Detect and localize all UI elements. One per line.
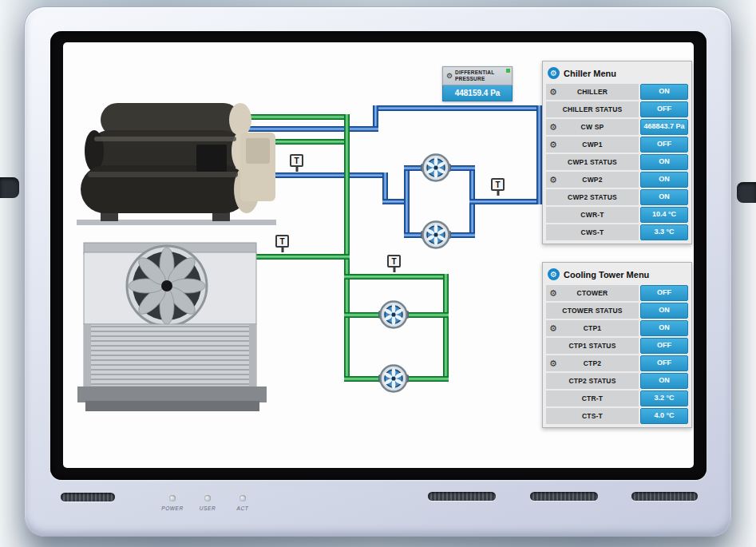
pipe-condenser-pumploop-right: [443, 274, 449, 382]
row-label: CTP1 STATUS: [546, 338, 639, 354]
side-vent-right: [737, 182, 756, 203]
panel-title: Chiller Menu: [564, 69, 616, 78]
speaker-grille: [428, 492, 496, 501]
menu-row-ctp2: ⚙ CTP2 OFF: [546, 355, 688, 371]
gear-icon[interactable]: ⚙: [549, 324, 557, 333]
menu-row-chiller: ⚙ CHILLER ON: [546, 84, 688, 100]
pipe-chilled-riser-right: [536, 105, 542, 204]
row-value-button[interactable]: ON: [640, 320, 688, 336]
row-value-button[interactable]: 3.3 °C: [640, 224, 688, 240]
menu-row-cwp2: ⚙ CWP2 ON: [546, 172, 688, 188]
pump-ctp1[interactable]: [378, 299, 409, 330]
power-led: POWER: [159, 495, 186, 511]
status-indicator-dot: [506, 69, 510, 73]
hmi-screen: T T T T ⚙ DIFFERENTIAL PRESSURE 448159.4…: [63, 42, 694, 468]
row-value-button[interactable]: OFF: [640, 338, 688, 354]
temp-sensor-chilled-supply: T: [491, 178, 505, 191]
row-label: CTR-T: [546, 390, 639, 406]
power-led-dot: [169, 495, 176, 501]
row-label: CW SP: [546, 119, 639, 135]
gear-icon[interactable]: ⚙: [549, 176, 557, 184]
power-led-label: POWER: [161, 505, 184, 511]
speaker-grille: [631, 492, 698, 501]
menu-icon: ⚙: [548, 67, 560, 79]
act-led-label: ACT: [237, 505, 249, 511]
act-led-dot: [239, 495, 246, 501]
speaker-grille: [61, 493, 115, 501]
pipe-condenser-cross-header: [344, 274, 449, 279]
pipe-chilled-pumploop-left: [404, 165, 410, 238]
menu-row-cwp2-status: CWP2 STATUS ON: [546, 189, 688, 205]
row-value-button[interactable]: ON: [640, 154, 688, 170]
row-value-button[interactable]: ON: [640, 303, 688, 319]
menu-row-ctower-status: CTOWER STATUS ON: [546, 303, 688, 319]
dp-title-line1: DIFFERENTIAL: [455, 69, 494, 75]
pipe-condenser-main-riser: [344, 114, 350, 382]
row-value-button[interactable]: 468843.7 Pa: [640, 119, 688, 135]
row-label: CTOWER: [546, 285, 639, 301]
chiller-menu-header: ⚙ Chiller Menu: [546, 64, 688, 82]
side-vent-left: [0, 177, 19, 198]
temp-sensor-tower-return: T: [275, 235, 289, 248]
menu-icon: ⚙: [548, 268, 560, 280]
row-value-button[interactable]: ON: [640, 84, 688, 100]
pipe-chilled-pumploop-outlet: [469, 199, 542, 204]
panel-pc-device: T T T T ⚙ DIFFERENTIAL PRESSURE 448159.4…: [24, 6, 732, 537]
pump-cwp2[interactable]: [421, 220, 451, 250]
menu-row-cwp1: ⚙ CWP1 OFF: [546, 137, 688, 153]
cooling-tower-menu-header: ⚙ Cooling Tower Menu: [546, 265, 688, 283]
row-value-button[interactable]: OFF: [640, 285, 688, 301]
gear-icon[interactable]: ⚙: [549, 141, 557, 149]
menu-row-ctr-t: CTR-T 3.2 °C: [546, 390, 688, 406]
gear-icon[interactable]: ⚙: [549, 88, 557, 97]
gear-icon[interactable]: ⚙: [549, 123, 557, 132]
menu-row-ctp1-status: CTP1 STATUS OFF: [546, 338, 688, 354]
row-value-button[interactable]: OFF: [640, 355, 688, 371]
row-value-button[interactable]: 10.4 °C: [640, 207, 688, 223]
differential-pressure-header: ⚙ DIFFERENTIAL PRESSURE: [442, 66, 513, 85]
chiller-menu-panel: ⚙ Chiller Menu ⚙ CHILLER ON CHILLER STAT…: [542, 61, 692, 244]
row-value-button[interactable]: OFF: [640, 101, 688, 117]
row-label: CTS-T: [546, 408, 639, 424]
row-label: CWP2: [546, 172, 639, 188]
row-value-button[interactable]: OFF: [640, 137, 688, 153]
screen-bezel: T T T T ⚙ DIFFERENTIAL PRESSURE 448159.4…: [50, 31, 707, 480]
menu-row-cts-t: CTS-T 4.0 °C: [546, 408, 688, 424]
temp-sensor-tower-supply: T: [387, 255, 401, 268]
row-label: CTP2: [546, 355, 639, 371]
dp-title-line2: PRESSURE: [455, 76, 485, 81]
row-label: CWP2 STATUS: [546, 189, 639, 205]
menu-row-cwr-t: CWR-T 10.4 °C: [546, 207, 688, 223]
row-value-button[interactable]: ON: [640, 189, 688, 205]
differential-pressure-title: DIFFERENTIAL PRESSURE: [455, 69, 494, 82]
pump-ctp2[interactable]: [378, 363, 409, 394]
status-led-group: POWER USER ACT: [159, 495, 256, 511]
row-value-button[interactable]: ON: [640, 373, 688, 389]
row-label: CWP1: [546, 137, 639, 153]
gear-icon[interactable]: ⚙: [549, 289, 557, 298]
differential-pressure-value: 448159.4 Pa: [442, 85, 513, 101]
menu-row-cwp1-status: CWP1 STATUS ON: [546, 154, 688, 170]
row-label: CWP1 STATUS: [546, 154, 639, 170]
user-led-dot: [204, 495, 211, 501]
gear-icon[interactable]: ⚙: [446, 73, 453, 80]
temp-sensor-chilled-return: T: [290, 154, 303, 167]
row-value-button[interactable]: 3.2 °C: [640, 390, 688, 406]
row-label: CTP1: [546, 320, 639, 336]
user-led-label: USER: [200, 505, 216, 511]
row-value-button[interactable]: ON: [640, 172, 688, 188]
row-label: CWS-T: [546, 224, 639, 240]
pipe-chilled-top-header: [373, 105, 542, 111]
pump-cwp1[interactable]: [421, 153, 451, 183]
panel-title: Cooling Tower Menu: [564, 270, 649, 279]
cooling-tower-menu-panel: ⚙ Cooling Tower Menu ⚙ CTOWER OFF CTOWER…: [542, 262, 692, 428]
act-led: ACT: [229, 495, 256, 511]
row-label: CHILLER STATUS: [546, 101, 639, 117]
row-label: CWR-T: [546, 207, 639, 223]
gear-icon[interactable]: ⚙: [549, 359, 557, 368]
menu-row-ctp1: ⚙ CTP1 ON: [546, 320, 688, 336]
row-value-button[interactable]: 4.0 °C: [640, 408, 688, 424]
user-led: USER: [194, 495, 221, 511]
row-label: CHILLER: [546, 84, 639, 100]
menu-row-chiller-status: CHILLER STATUS OFF: [546, 101, 688, 117]
